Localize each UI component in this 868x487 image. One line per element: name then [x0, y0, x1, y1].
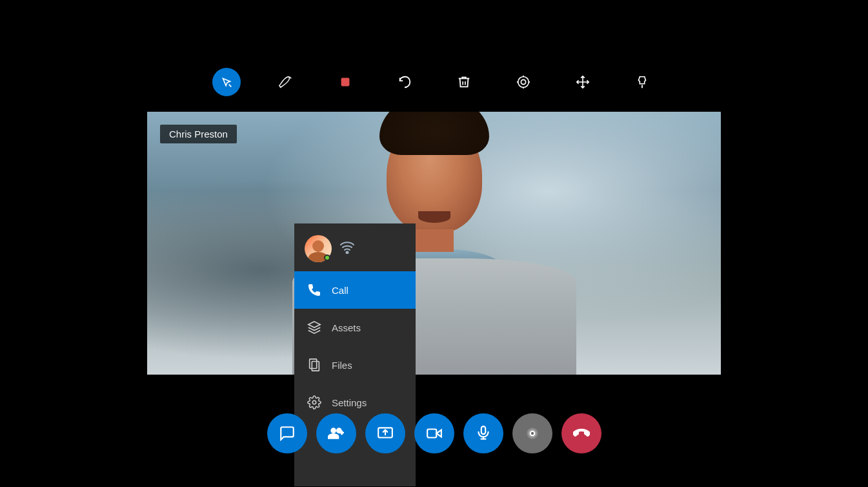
undo-button[interactable] [390, 68, 419, 96]
nav-files-label: Files [332, 360, 352, 371]
svg-point-12 [312, 400, 316, 404]
end-call-icon [573, 425, 590, 442]
chat-icon [279, 425, 296, 442]
video-icon [426, 425, 443, 442]
phone-icon [307, 283, 321, 297]
video-feed: Chris Preston [147, 112, 721, 375]
nav-settings-label: Settings [332, 397, 367, 408]
settings-icon [307, 395, 321, 409]
svg-rect-17 [481, 426, 485, 434]
svg-rect-16 [427, 430, 436, 438]
svg-point-21 [530, 431, 534, 436]
avatar-wrapper [305, 235, 332, 262]
main-container: Chris Preston [0, 0, 868, 487]
assets-icon [307, 320, 321, 335]
pin-button[interactable] [628, 68, 656, 96]
svg-point-2 [518, 77, 529, 88]
target-button[interactable] [509, 68, 538, 96]
wifi-icon [339, 241, 355, 257]
caller-name: Chris Preston [169, 129, 228, 140]
svg-point-3 [521, 79, 525, 84]
person-video [147, 112, 721, 375]
nav-assets-label: Assets [332, 322, 361, 333]
hair [379, 112, 489, 155]
video-button[interactable] [414, 413, 454, 453]
add-people-icon [328, 425, 345, 442]
pen-tool-button[interactable] [272, 68, 300, 96]
online-status-dot [324, 254, 330, 261]
caller-name-overlay: Chris Preston [160, 125, 237, 143]
move-button[interactable] [569, 68, 597, 96]
select-tool-button[interactable] [212, 68, 241, 96]
files-icon [307, 358, 321, 372]
top-toolbar [212, 68, 656, 96]
nav-call-label: Call [332, 285, 348, 296]
neck [415, 229, 454, 252]
svg-line-0 [228, 85, 231, 87]
add-people-button[interactable] [316, 413, 356, 453]
svg-point-9 [347, 251, 348, 253]
record-button[interactable] [512, 413, 552, 453]
end-call-button[interactable] [561, 413, 601, 453]
delete-button[interactable] [450, 68, 478, 96]
nav-files[interactable]: Files [294, 346, 416, 384]
sidebar-profile [294, 223, 416, 271]
screen-share-icon [377, 425, 394, 442]
microphone-icon [475, 425, 492, 442]
record-icon [524, 425, 541, 442]
bottom-controls [267, 413, 601, 453]
nav-assets[interactable]: Assets [294, 309, 416, 346]
chat-button[interactable] [267, 413, 307, 453]
nav-call[interactable]: Call [294, 271, 416, 309]
svg-rect-11 [312, 362, 319, 371]
screen-share-button[interactable] [365, 413, 405, 453]
svg-rect-1 [341, 78, 349, 87]
microphone-button[interactable] [463, 413, 503, 453]
stop-button[interactable] [331, 68, 359, 96]
svg-rect-10 [310, 359, 317, 369]
video-call-area: Chris Preston [147, 112, 721, 375]
